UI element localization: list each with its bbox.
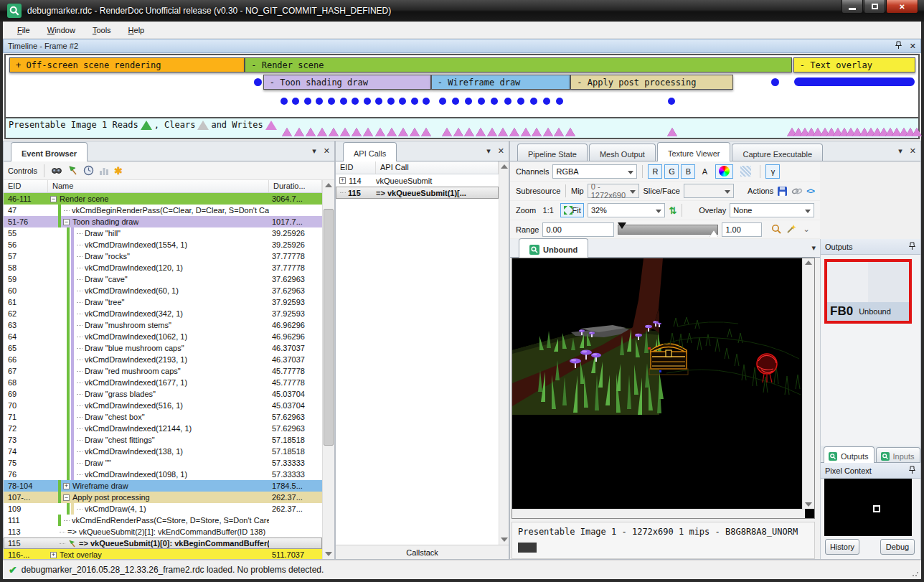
maximize-button[interactable]	[864, 0, 885, 14]
texture-viewport[interactable]	[512, 258, 815, 519]
event-dot[interactable]	[543, 98, 550, 105]
zoom-range-icon[interactable]	[771, 224, 782, 235]
callstack-section[interactable]: Callstack	[336, 545, 509, 559]
event-row[interactable]: 59Draw "cave"37.62963	[4, 273, 322, 285]
alpha-checker-toggle[interactable]	[737, 164, 755, 179]
event-row[interactable]: 51-76−Toon shading draw1017.7...	[4, 216, 322, 227]
close-icon[interactable]: ✕	[910, 146, 916, 156]
timeline-header[interactable]: Timeline - Frame #2 ✕	[3, 39, 921, 53]
event-row[interactable]: 113=> vkQueueSubmit(2)[1]: vkEndCommandB…	[4, 526, 322, 538]
menu-window[interactable]: Window	[39, 23, 84, 37]
event-row[interactable]: 64vkCmdDrawIndexed(1062, 1)46.96296	[4, 331, 322, 342]
pin-icon[interactable]	[895, 41, 902, 51]
channel-g-toggle[interactable]: G	[664, 164, 679, 179]
event-row[interactable]: 61Draw "tree"37.92593	[4, 296, 322, 308]
debug-button[interactable]: Debug	[880, 539, 915, 555]
event-dot[interactable]	[452, 98, 459, 105]
write-marker[interactable]	[352, 128, 362, 136]
timer-clock-icon[interactable]	[83, 165, 94, 176]
tab-outputs[interactable]: Outputs	[824, 446, 874, 463]
channel-a-toggle[interactable]: A	[697, 164, 712, 179]
texture-image[interactable]	[512, 258, 804, 417]
mip-dropdown[interactable]: 0 - 1272x690	[588, 184, 640, 198]
write-marker[interactable]	[532, 128, 542, 136]
flip-vertical-icon[interactable]: ⇅	[669, 205, 676, 216]
outputs-header[interactable]: Outputs	[821, 239, 920, 255]
close-icon[interactable]: ✕	[910, 42, 916, 51]
timeline-bar[interactable]: - Text overlay	[793, 57, 915, 72]
event-dot[interactable]	[411, 98, 418, 105]
event-dot[interactable]	[517, 98, 524, 105]
event-browser-column-header[interactable]: EIDNameDuratio...	[4, 180, 322, 193]
event-dot[interactable]	[340, 98, 347, 105]
pixel-context-header[interactable]: Pixel Context	[821, 463, 920, 479]
event-dot[interactable]	[254, 78, 262, 86]
write-marker[interactable]	[912, 128, 922, 136]
channel-b-toggle[interactable]: B	[681, 164, 695, 179]
event-dot-cluster[interactable]	[794, 78, 915, 86]
scroll-down-icon[interactable]	[805, 502, 812, 507]
pin-icon[interactable]	[908, 242, 916, 252]
tab-pipeline-state[interactable]: Pipeline State	[517, 144, 588, 161]
event-dot[interactable]	[328, 98, 335, 105]
menu-file[interactable]: File	[9, 23, 39, 37]
event-row[interactable]: 115=> vkQueueSubmit(1)[0]: vkBeginComman…	[4, 538, 322, 549]
highlight-star-icon[interactable]: ✱	[114, 165, 123, 177]
write-marker[interactable]	[554, 128, 564, 136]
write-marker[interactable]	[387, 128, 397, 136]
event-dot[interactable]	[556, 98, 563, 105]
event-row[interactable]: 60vkCmdDrawIndexed(60, 1)37.62963	[4, 285, 322, 296]
tab-api-calls[interactable]: API Calls	[343, 142, 397, 161]
chevron-down-icon[interactable]: ▾	[898, 146, 902, 156]
write-marker[interactable]	[543, 128, 553, 136]
tab-mesh-output[interactable]: Mesh Output	[589, 144, 656, 161]
event-dot[interactable]	[465, 98, 472, 105]
write-marker[interactable]	[282, 128, 292, 136]
event-dot[interactable]	[491, 98, 498, 105]
zoom-1to1-button[interactable]: 1:1	[539, 203, 557, 217]
tree-expander-icon[interactable]: −	[63, 494, 70, 501]
channel-r-toggle[interactable]: R	[648, 164, 662, 179]
event-row[interactable]: 75Draw ""57.33333	[4, 457, 322, 469]
range-max-input[interactable]: 1.00	[722, 222, 762, 237]
gamma-toggle[interactable]: γ	[765, 164, 780, 179]
write-marker[interactable]	[667, 128, 677, 136]
event-browser-scrollbar[interactable]	[322, 180, 334, 559]
title-bar[interactable]: debugmarker.rdc - RenderDoc Unofficial r…	[0, 0, 924, 22]
event-row[interactable]: 63Draw "mushroom stems"46.96296	[4, 319, 322, 331]
tree-expander-icon[interactable]: −	[50, 196, 57, 202]
chevron-down-icon[interactable]: ▾	[312, 146, 316, 156]
event-row[interactable]: 46-111−Render scene3064.7...	[4, 193, 322, 205]
event-dot[interactable]	[364, 98, 371, 105]
event-row[interactable]: 47vkCmdBeginRenderPass(C=Clear, D=Clear,…	[4, 205, 322, 216]
scroll-up-icon[interactable]	[805, 261, 812, 265]
range-white-handle[interactable]	[710, 230, 718, 237]
write-marker[interactable]	[421, 128, 431, 136]
save-icon[interactable]	[777, 186, 788, 197]
scroll-down-icon[interactable]	[325, 552, 332, 556]
timeline-bar[interactable]: - Wireframe draw	[431, 75, 571, 90]
event-dot[interactable]	[668, 98, 675, 105]
history-button[interactable]: History	[825, 539, 859, 555]
event-dot[interactable]	[423, 98, 430, 105]
timeline-bar[interactable]: - Apply post processing	[570, 75, 732, 90]
write-marker[interactable]	[363, 128, 373, 136]
tab-unbound-texture[interactable]: Unbound	[519, 238, 588, 258]
column-header[interactable]: API Call	[376, 161, 499, 174]
pixel-context-view[interactable]	[824, 479, 912, 536]
event-row[interactable]: 62vkCmdDrawIndexed(342, 1)37.92593	[4, 308, 322, 319]
event-dot[interactable]	[304, 98, 311, 105]
api-call-row[interactable]: 115=> vkQueueSubmit(1)[...	[336, 187, 499, 199]
event-dot[interactable]	[352, 98, 359, 105]
write-marker[interactable]	[294, 128, 304, 136]
write-marker[interactable]	[410, 128, 420, 136]
api-call-row[interactable]: +114vkQueueSubmit	[336, 174, 499, 187]
tree-expander-icon[interactable]: +	[339, 177, 346, 184]
close-button[interactable]: ✕	[886, 0, 918, 14]
event-dot[interactable]	[771, 78, 779, 86]
autofit-wand-icon[interactable]	[786, 224, 796, 235]
overflow-chevron-icon[interactable]: ⌄	[803, 225, 809, 234]
event-row[interactable]: 76vkCmdDrawIndexed(1098, 1)57.33333	[4, 469, 322, 480]
event-row[interactable]: 69Draw "grass blades"45.03704	[4, 388, 322, 400]
resize-grip[interactable]	[912, 570, 919, 577]
